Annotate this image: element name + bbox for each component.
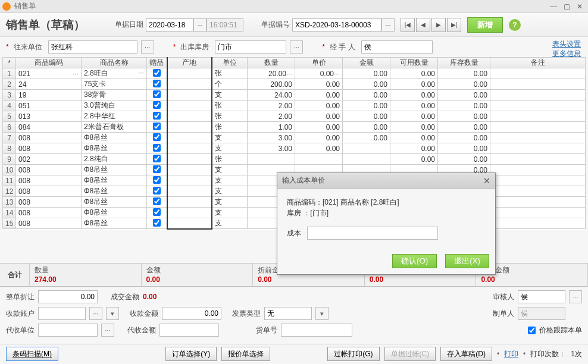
cell-remark[interactable]: [490, 79, 586, 90]
cell-origin[interactable]: [167, 68, 212, 79]
cell-amt[interactable]: 0.00: [343, 101, 390, 111]
cell-origin[interactable]: [167, 133, 212, 143]
table-row[interactable]: 40513.0普纯白张2.000.000.000.000.00: [3, 101, 586, 111]
invoice-input[interactable]: [264, 307, 312, 320]
cell-origin[interactable]: [167, 197, 212, 208]
cell-code[interactable]: 008: [16, 165, 82, 175]
cell-unit[interactable]: 支: [212, 165, 248, 175]
nav-first-icon[interactable]: |◀: [401, 18, 415, 32]
col-header[interactable]: 赠品: [147, 58, 167, 68]
cell-avail[interactable]: 0.00: [390, 143, 438, 154]
cell-name[interactable]: Φ8吊丝: [82, 186, 147, 197]
cell-gift[interactable]: [147, 218, 167, 229]
cell-code[interactable]: 013: [16, 111, 82, 122]
auditor-input[interactable]: [518, 290, 565, 303]
cell-name[interactable]: Φ8吊丝: [82, 143, 147, 154]
minimize-icon[interactable]: —: [548, 2, 559, 11]
cell-stock[interactable]: 0.00: [438, 79, 490, 90]
table-row[interactable]: 22475支卡个200.000.000.000.000.00: [3, 79, 586, 90]
cell-remark[interactable]: [490, 101, 586, 111]
cell-gift[interactable]: [147, 165, 167, 175]
agent-lookup-button[interactable]: ···: [101, 324, 114, 337]
cell-name[interactable]: Φ8吊丝: [82, 133, 147, 143]
date-picker-button[interactable]: ···: [193, 18, 207, 32]
cell-origin[interactable]: [167, 154, 212, 165]
cell-price[interactable]: 0.00: [295, 111, 343, 122]
cell-code[interactable]: 021 ···: [16, 68, 82, 79]
cell-price[interactable]: 0.00 ···: [295, 68, 343, 79]
gift-checkbox[interactable]: [153, 80, 161, 87]
acct-dropdown-button[interactable]: ▾: [106, 307, 119, 320]
scan-button[interactable]: 条码扫描(M): [6, 347, 58, 361]
table-row[interactable]: 60842米普石膏板张1.000.000.000.000.00: [3, 122, 586, 133]
cell-amt[interactable]: 0.00: [343, 122, 390, 133]
cell-unit[interactable]: 张: [212, 122, 248, 133]
party-lookup-button[interactable]: ···: [141, 40, 154, 54]
nav-next-icon[interactable]: ▶: [431, 18, 446, 32]
warehouse-input[interactable]: [215, 40, 286, 54]
cell-gift[interactable]: [147, 133, 167, 143]
cell-avail[interactable]: 0.00: [390, 90, 438, 101]
cell-gift[interactable]: [147, 208, 167, 218]
cell-code[interactable]: 008: [16, 208, 82, 218]
cell-remark[interactable]: [490, 208, 586, 218]
cell-name[interactable]: 2米普石膏板: [82, 122, 147, 133]
cell-unit[interactable]: 张: [212, 154, 248, 165]
maximize-icon[interactable]: ▢: [561, 2, 573, 11]
cell-qty[interactable]: 24.00: [248, 90, 295, 101]
cell-gift[interactable]: [147, 197, 167, 208]
cell-stock[interactable]: 0.00: [438, 101, 490, 111]
cell-origin[interactable]: [167, 165, 212, 175]
cell-remark[interactable]: [490, 122, 586, 133]
cell-gift[interactable]: [147, 154, 167, 165]
cell-gift[interactable]: [147, 79, 167, 90]
gift-checkbox[interactable]: [153, 90, 161, 98]
close-icon[interactable]: ✕: [574, 2, 586, 11]
gift-checkbox[interactable]: [153, 144, 161, 152]
col-header[interactable]: 库存数量: [438, 58, 490, 68]
cell-remark[interactable]: [490, 165, 586, 175]
cell-unit[interactable]: 支: [212, 133, 248, 143]
cell-name[interactable]: 2.8纯白: [82, 154, 147, 165]
cell-code[interactable]: 008: [16, 143, 82, 154]
cell-code[interactable]: 24: [16, 79, 82, 90]
recv-input[interactable]: [162, 307, 221, 320]
handler-input[interactable]: [361, 40, 433, 54]
cell-qty[interactable]: 3.00: [248, 143, 295, 154]
cell-origin[interactable]: [167, 208, 212, 218]
acct-lookup-button[interactable]: ···: [89, 307, 102, 320]
gift-checkbox[interactable]: [153, 176, 161, 184]
cell-stock[interactable]: 0.00: [438, 133, 490, 143]
gift-checkbox[interactable]: [153, 165, 161, 173]
cell-code[interactable]: 008: [16, 186, 82, 197]
discount-input[interactable]: [38, 290, 98, 303]
cell-code[interactable]: 008: [16, 133, 82, 143]
cell-origin[interactable]: [167, 122, 212, 133]
cell-origin[interactable]: [167, 143, 212, 154]
cell-unit[interactable]: 支: [212, 197, 248, 208]
post-print-button[interactable]: 过帐打印(G): [327, 347, 379, 361]
cell-origin[interactable]: [167, 186, 212, 197]
cell-name[interactable]: 75支卡: [82, 79, 147, 90]
table-row[interactable]: 7008Φ8吊丝支3.000.000.000.000.00: [3, 133, 586, 143]
col-header[interactable]: 商品编码: [16, 58, 82, 68]
cell-name[interactable]: Φ8吊丝: [82, 197, 147, 208]
nav-last-icon[interactable]: ▶|: [447, 18, 461, 32]
save-draft-button[interactable]: 存入草稿(D): [440, 347, 492, 361]
cell-remark[interactable]: [490, 68, 586, 79]
cell-unit[interactable]: 支: [212, 175, 248, 186]
col-header[interactable]: 商品名称: [82, 58, 147, 68]
cell-amt[interactable]: 0.00: [343, 111, 390, 122]
col-header[interactable]: 产地: [167, 58, 212, 68]
cell-amt[interactable]: 0.00: [343, 90, 390, 101]
gift-checkbox[interactable]: [153, 197, 161, 205]
cell-code[interactable]: 008: [16, 218, 82, 229]
cost-input[interactable]: [307, 227, 438, 240]
gift-checkbox[interactable]: [153, 133, 161, 141]
docno-lookup-button[interactable]: ···: [381, 18, 395, 32]
new-button[interactable]: 新增: [467, 17, 503, 33]
waybill-input[interactable]: [281, 324, 352, 337]
cell-unit[interactable]: 张: [212, 111, 248, 122]
cell-remark[interactable]: [490, 111, 586, 122]
cell-avail[interactable]: 0.00: [390, 101, 438, 111]
